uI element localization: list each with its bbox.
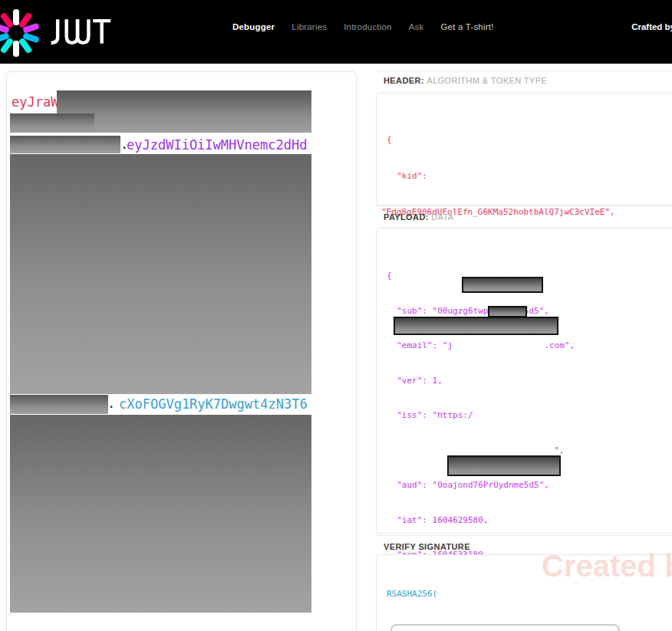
header-json-line: { (387, 132, 672, 148)
nav-item-tshirt[interactable]: Get a T-shirt! (440, 22, 493, 31)
redaction-box (10, 415, 311, 613)
encoded-signature-part: cXoFOGVg1RyK7Dwgwt4zN3T6 (119, 396, 308, 412)
payload-section-label: PAYLOAD: DATA (384, 212, 454, 222)
section-divider (376, 535, 672, 536)
header-section-label: HEADER: ALGORITHM & TOKEN TYPE (384, 76, 547, 85)
redaction-box (10, 154, 311, 394)
encoded-header-part: eyJraW (12, 94, 58, 110)
payload-json-line: "aud": "0oajond76PrUydnme5d5", (387, 478, 672, 493)
redaction-box (57, 90, 311, 133)
payload-label-strong: PAYLOAD: (384, 212, 429, 222)
header-label-sub: ALGORITHM & TOKEN TYPE (427, 76, 547, 85)
section-divider (376, 71, 672, 71)
signature-code[interactable]: RSASHA256( base64UrlEncode(header) + "."… (387, 566, 672, 631)
section-divider (376, 205, 672, 206)
redaction-box (447, 455, 561, 476)
redaction-box (462, 277, 543, 293)
nav-item-ask[interactable]: Ask (409, 22, 424, 31)
payload-json-line: "ver": 1, (387, 373, 672, 389)
jwt-pinwheel-icon (0, 6, 43, 60)
redaction-box (394, 317, 558, 335)
encoded-payload-part: eyJzdWIiOiIwMHVnemc2dHd (127, 137, 307, 153)
public-key-input[interactable] (390, 624, 620, 631)
header-label-strong: HEADER: (384, 76, 424, 85)
jwt-logo-wordmark[interactable] (43, 18, 114, 49)
jwt-debugger-page: { "header_bar": { "logo_text": "JWT", "n… (0, 0, 672, 631)
redaction-box (10, 395, 108, 414)
signature-code-line: RSASHA256( (387, 586, 672, 603)
redaction-box (10, 136, 120, 153)
crafted-by-link[interactable]: Crafted by (631, 22, 672, 31)
decoded-payload-card: { "sub": "00ugzg6twpkUv2C5i5d5", "email"… (376, 228, 672, 534)
payload-json-line: "iat": 1604629580, (387, 513, 672, 528)
nav-item-debugger[interactable]: Debugger (232, 22, 275, 31)
payload-json-line: "iss": "https:/ (387, 408, 672, 423)
nav-item-libraries[interactable]: Libraries (292, 22, 327, 31)
token-separator-dot: . (107, 396, 115, 411)
top-navigation-bar: Debugger Libraries Introduction Ask Get … (0, 0, 672, 64)
nav-item-introduction[interactable]: Introduction (344, 22, 392, 31)
decoded-header-card: { "kid": "Fdg8gE906dUFolEfn_G6KMa52hobtb… (376, 93, 672, 205)
signature-section-label: VERIFY SIGNATURE (384, 542, 470, 551)
jwt-logo-icon[interactable] (0, 6, 43, 63)
payload-json-line: "email": "j .com", (387, 338, 672, 353)
header-json-line: "kid": (387, 168, 672, 184)
main-nav: Debugger Libraries Introduction Ask Get … (232, 22, 494, 31)
verify-signature-card: RSASHA256( base64UrlEncode(header) + "."… (376, 554, 672, 631)
signature-label-strong: VERIFY SIGNATURE (384, 542, 470, 551)
redaction-box (488, 306, 527, 317)
redaction-box (10, 113, 94, 133)
encoded-token-input[interactable]: eyJraW . eyJzdWIiOiIwMHVnemc2dHd . cXoFO… (6, 71, 357, 631)
payload-label-sub: DATA (431, 212, 453, 222)
